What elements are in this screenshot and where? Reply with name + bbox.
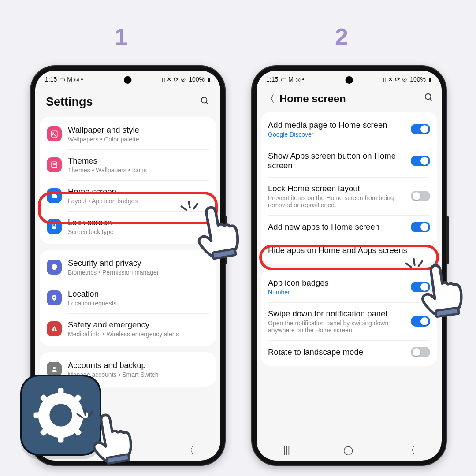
svg-rect-14 bbox=[58, 388, 64, 398]
row-subtitle: Open the notification panel by swiping d… bbox=[268, 320, 405, 334]
row-title: App icon badges bbox=[268, 278, 405, 288]
status-battery: 100% bbox=[189, 76, 205, 83]
toggle-row[interactable]: Add new apps to Home screen bbox=[261, 215, 437, 239]
row-subtitle: Number bbox=[268, 289, 405, 296]
toggle-knob bbox=[420, 125, 428, 133]
row-subtitle: Layout • App icon badges bbox=[68, 197, 138, 205]
wallpaper-icon bbox=[47, 126, 62, 141]
svg-point-10 bbox=[425, 94, 431, 100]
back-icon[interactable]: 〈 bbox=[264, 92, 275, 106]
toggle-switch[interactable] bbox=[411, 347, 430, 357]
svg-rect-17 bbox=[78, 413, 88, 418]
row-subtitle: Themes • Wallpapers • Icons bbox=[68, 167, 147, 174]
svg-line-11 bbox=[430, 99, 432, 101]
nav-back-icon[interactable]: 〈 bbox=[406, 444, 415, 456]
search-icon[interactable] bbox=[200, 96, 210, 108]
search-icon[interactable] bbox=[424, 93, 434, 105]
settings-row-security[interactable]: Security and privacyBiometrics • Permiss… bbox=[40, 252, 216, 283]
row-title: Themes bbox=[68, 156, 147, 166]
settings-row-safety[interactable]: Safety and emergencyMedical info • Wirel… bbox=[40, 313, 216, 344]
status-right-icons: ▯ ✕ ⟳ ⊘ bbox=[383, 76, 408, 83]
row-title: Rotate to landscape mode bbox=[268, 347, 405, 357]
gear-icon bbox=[33, 387, 89, 443]
row-subtitle: Location requests bbox=[68, 300, 117, 307]
svg-rect-7 bbox=[54, 328, 55, 330]
toggle-row[interactable]: Add media page to Home screenGoogle Disc… bbox=[261, 114, 437, 145]
toggle-row[interactable]: App icon badgesNumber bbox=[261, 271, 437, 302]
header-row: 〈 Home screen bbox=[257, 86, 442, 112]
toggle-row[interactable]: Lock Home screen layoutPrevent items on … bbox=[261, 177, 437, 215]
status-left-icons: ▭ M ◎ • bbox=[60, 76, 83, 83]
row-text: Wallpaper and styleWallpapers • Color pa… bbox=[68, 125, 139, 143]
settings-group: Wallpaper and styleWallpapers • Color pa… bbox=[40, 117, 216, 244]
svg-line-1 bbox=[206, 102, 208, 104]
row-subtitle: Prevent items on the Home screen from be… bbox=[268, 194, 405, 208]
nav-back-icon[interactable]: 〈 bbox=[185, 444, 194, 456]
settings-app-icon[interactable] bbox=[20, 375, 101, 456]
status-time: 1:15 bbox=[266, 76, 278, 83]
toggle-switch[interactable] bbox=[411, 222, 430, 232]
lock-icon bbox=[47, 219, 62, 234]
settings-row-themes[interactable]: ThemesThemes • Wallpapers • Icons bbox=[40, 149, 216, 180]
status-right-icons: ▯ ✕ ⟳ ⊘ bbox=[162, 76, 186, 83]
toggle-switch[interactable] bbox=[411, 156, 430, 166]
toggle-switch[interactable] bbox=[411, 191, 430, 201]
home-icon bbox=[47, 188, 62, 203]
nav-home-icon[interactable]: ◯ bbox=[122, 445, 132, 455]
settings-row-location[interactable]: LocationLocation requests bbox=[40, 283, 216, 313]
row-text: Security and privacyBiometrics • Permiss… bbox=[68, 258, 159, 276]
nav-bar: ||| ◯ 〈 bbox=[257, 439, 442, 461]
row-subtitle: Medical info • Wireless emergency alerts bbox=[68, 331, 179, 338]
safety-icon bbox=[47, 321, 62, 336]
svg-rect-2 bbox=[51, 131, 57, 137]
row-title: Safety and emergency bbox=[68, 320, 179, 330]
security-icon bbox=[47, 260, 62, 275]
toggle-switch[interactable] bbox=[411, 124, 430, 134]
phone-screen-2: 1:15 ▭ M ◎ • ▯ ✕ ⟳ ⊘ 100% ▮ 〈 Home scree… bbox=[257, 71, 442, 461]
toggle-knob bbox=[413, 348, 420, 356]
row-text: ThemesThemes • Wallpapers • Icons bbox=[68, 156, 147, 174]
row-text: Add new apps to Home screen bbox=[268, 222, 405, 232]
page-title: Home screen bbox=[279, 93, 346, 105]
toggle-row[interactable]: Rotate to landscape mode bbox=[261, 340, 437, 364]
toggle-row[interactable]: Hide apps on Home and Apps screens bbox=[261, 239, 437, 262]
toggle-switch[interactable] bbox=[411, 282, 430, 292]
row-title: Lock screen bbox=[68, 218, 114, 227]
nav-home-icon[interactable]: ◯ bbox=[343, 445, 353, 455]
row-text: Add media page to Home screenGoogle Disc… bbox=[268, 120, 405, 138]
toggle-knob bbox=[420, 223, 428, 231]
row-text: Safety and emergencyMedical info • Wirel… bbox=[68, 320, 179, 338]
svg-rect-5 bbox=[52, 226, 56, 229]
tutorial-stage: 1 2 1:15 ▭ M ◎ • ▯ ✕ ⟳ ⊘ 100% ▮ Settings bbox=[0, 0, 476, 476]
phone-frame-2: 1:15 ▭ M ◎ • ▯ ✕ ⟳ ⊘ 100% ▮ 〈 Home scree… bbox=[252, 66, 446, 465]
row-text: App icon badgesNumber bbox=[268, 278, 405, 296]
row-subtitle: Google Discover bbox=[268, 131, 405, 138]
home-screen-settings-list: Add media page to Home screenGoogle Disc… bbox=[257, 112, 442, 439]
nav-recent-icon[interactable]: ||| bbox=[283, 445, 290, 455]
row-text: Show Apps screen button on Home screen bbox=[268, 151, 405, 171]
row-title: Swipe down for notification panel bbox=[268, 309, 405, 319]
settings-row-home[interactable]: Home screenLayout • App icon badges bbox=[40, 180, 216, 211]
settings-row-lock[interactable]: Lock screenScreen lock type bbox=[40, 211, 216, 242]
row-title: Lock Home screen layout bbox=[268, 184, 405, 193]
step-number-2: 2 bbox=[335, 23, 348, 50]
settings-row-wallpaper[interactable]: Wallpaper and styleWallpapers • Color pa… bbox=[40, 119, 216, 149]
row-text: Lock screenScreen lock type bbox=[68, 218, 114, 235]
settings-group: Security and privacyBiometrics • Permiss… bbox=[40, 250, 216, 346]
svg-rect-15 bbox=[58, 432, 64, 442]
svg-point-13 bbox=[49, 404, 72, 426]
row-text: Swipe down for notification panelOpen th… bbox=[268, 309, 405, 334]
row-title: Add media page to Home screen bbox=[268, 120, 405, 130]
status-battery: 100% bbox=[410, 76, 426, 83]
toggle-row[interactable]: Swipe down for notification panelOpen th… bbox=[261, 302, 437, 340]
battery-icon: ▮ bbox=[428, 76, 432, 83]
toggle-knob bbox=[420, 317, 428, 325]
toggle-row[interactable]: Show Apps screen button on Home screen bbox=[261, 145, 437, 177]
row-title: Show Apps screen button on Home screen bbox=[268, 151, 405, 171]
toggle-knob bbox=[420, 157, 428, 165]
status-left-icons: ▭ M ◎ • bbox=[281, 76, 304, 83]
row-title: Hide apps on Home and Apps screens bbox=[268, 245, 430, 255]
row-text: Lock Home screen layoutPrevent items on … bbox=[268, 184, 405, 208]
settings-group: Add media page to Home screenGoogle Disc… bbox=[261, 112, 437, 264]
toggle-switch[interactable] bbox=[411, 316, 430, 327]
